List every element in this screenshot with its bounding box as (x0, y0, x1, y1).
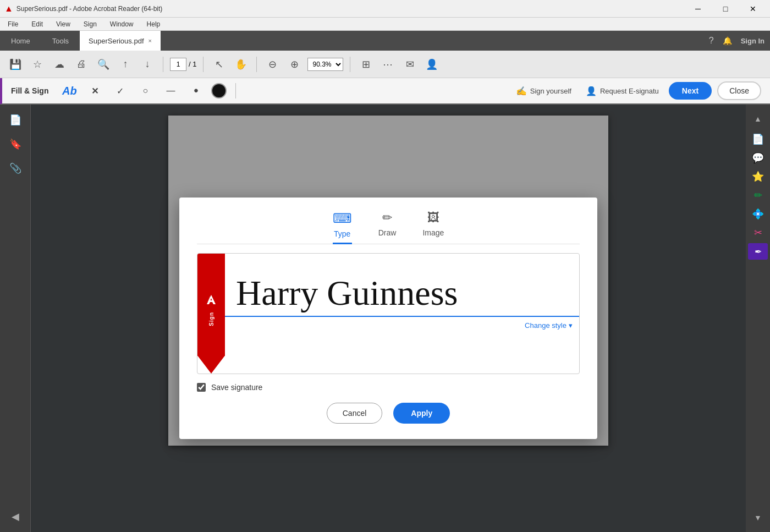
right-tool-red[interactable]: 📄 (748, 131, 768, 147)
fill-sign-separator (235, 83, 236, 98)
active-tab-label: SuperSerious.pdf (89, 37, 144, 45)
request-esignature-button[interactable]: 👤 Request E-signatu (581, 84, 663, 98)
sidebar-attachments-icon[interactable]: 📎 (6, 158, 25, 178)
page-number-input[interactable] (170, 58, 186, 71)
save-signature-label: Save signature (211, 383, 262, 392)
sign-yourself-button[interactable]: ✍ Sign yourself (512, 84, 576, 98)
dot-tool-button[interactable]: • (186, 81, 206, 101)
signature-text: Harry Guinness (197, 254, 579, 316)
close-window-button[interactable]: ✕ (740, 0, 766, 18)
tab-active-document[interactable]: SuperSerious.pdf × (80, 31, 161, 51)
save-signature-checkbox[interactable] (197, 383, 206, 392)
check-tool-button[interactable]: ✓ (110, 81, 130, 101)
right-sidebar: ▲ 📄 💬 ⭐ ✏ 💠 ✂ ✒ ▼ (746, 105, 770, 532)
menu-bar: File Edit View Sign Window Help (0, 18, 770, 31)
menu-edit[interactable]: Edit (28, 19, 46, 29)
comment-button[interactable]: ✉ (401, 56, 419, 73)
window-title: SuperSerious.pdf - Adobe Acrobat Reader … (16, 5, 685, 13)
menu-view[interactable]: View (53, 19, 74, 29)
image-tab-icon: 🖼 (427, 211, 439, 225)
color-picker-button[interactable] (211, 83, 227, 98)
request-esign-icon: 👤 (586, 86, 597, 96)
scroll-down-button[interactable]: ▼ (748, 508, 768, 528)
bookmark-button[interactable]: ☆ (29, 56, 46, 73)
fill-sign-bar: Fill & Sign Ab ✕ ✓ ○ — • ✍ Sign yourself… (0, 78, 770, 105)
signature-tabs: ⌨ Type ✏ Draw 🖼 Image (197, 211, 580, 244)
line-tool-button[interactable]: — (161, 81, 180, 101)
tab-draw[interactable]: ✏ Draw (378, 211, 397, 244)
save-button[interactable]: 💾 (7, 56, 24, 73)
apply-button[interactable]: Apply (393, 403, 450, 424)
sidebar-pages-icon[interactable]: 📄 (6, 110, 25, 130)
sign-yourself-icon: ✍ (516, 86, 527, 96)
modal-backdrop[interactable]: ⌨ Type ✏ Draw 🖼 Image (31, 105, 746, 532)
right-tool-green[interactable]: ✏ (748, 187, 768, 204)
type-tab-label: Type (334, 229, 350, 238)
download-button[interactable]: ↓ (139, 56, 156, 73)
toolbar-separator-1 (163, 57, 163, 72)
save-signature-row: Save signature (197, 383, 580, 392)
share-button[interactable]: 👤 (423, 56, 441, 73)
tab-image[interactable]: 🖼 Image (422, 211, 444, 244)
title-bar: ▲ SuperSerious.pdf - Adobe Acrobat Reade… (0, 0, 770, 18)
search-button[interactable]: 🔍 (95, 56, 112, 73)
sidebar-collapse-icon[interactable]: ◀ (6, 507, 25, 526)
maximize-button[interactable]: □ (713, 0, 738, 18)
zoom-in-button[interactable]: ⊕ (285, 56, 303, 73)
right-tool-purple[interactable]: ✒ (748, 243, 768, 260)
sign-in-button[interactable]: Sign In (741, 37, 765, 45)
tab-home[interactable]: Home (0, 31, 41, 51)
select-tool-button[interactable]: ↖ (210, 56, 228, 73)
banner-text: Sign (208, 312, 215, 326)
menu-help[interactable]: Help (144, 19, 164, 29)
scroll-up-button[interactable]: ▲ (748, 109, 768, 129)
request-esign-label: Request E-signatu (600, 87, 659, 95)
acrobat-sign-banner: Sign (197, 254, 225, 374)
circle-tool-button[interactable]: ○ (135, 81, 155, 101)
right-tool-yellow[interactable]: ⭐ (748, 168, 768, 185)
help-icon[interactable]: ? (709, 36, 714, 46)
upload-button[interactable]: ☁ (51, 56, 68, 73)
zoom-select[interactable]: 90.3% 100% 75% 50% (307, 58, 343, 71)
change-style-link[interactable]: Change style ▾ (525, 321, 573, 330)
tools-button[interactable]: ⊞ (357, 56, 375, 73)
zoom-out-button[interactable]: ⊖ (263, 56, 281, 73)
more-button[interactable]: ⋯ (379, 56, 397, 73)
right-tool-pink[interactable]: ✂ (748, 224, 768, 241)
signature-dialog: ⌨ Type ✏ Draw 🖼 Image (179, 198, 597, 439)
cross-tool-button[interactable]: ✕ (85, 81, 105, 101)
fill-sign-label: Fill & Sign (11, 86, 48, 95)
left-sidebar: 📄 🔖 📎 ◀ (0, 105, 31, 532)
upload2-button[interactable]: ↑ (117, 56, 134, 73)
acrobat-icon: ▲ (4, 4, 13, 14)
tab-tools[interactable]: Tools (41, 31, 80, 51)
image-tab-label: Image (422, 228, 444, 237)
page-navigation: / 1 (170, 58, 196, 71)
cancel-button[interactable]: Cancel (327, 403, 383, 424)
banner-logo (205, 293, 218, 310)
close-fill-sign-button[interactable]: Close (717, 81, 761, 100)
sidebar-bookmarks-icon[interactable]: 🔖 (6, 134, 25, 154)
print-button[interactable]: 🖨 (73, 56, 90, 73)
next-button[interactable]: Next (669, 82, 712, 100)
menu-window[interactable]: Window (107, 19, 137, 29)
right-tool-orange[interactable]: 💬 (748, 150, 768, 166)
hand-tool-button[interactable]: ✋ (232, 56, 250, 73)
tab-type[interactable]: ⌨ Type (333, 211, 352, 244)
menu-sign[interactable]: Sign (80, 19, 100, 29)
signature-actions: Cancel Apply (197, 403, 580, 424)
toolbar: 💾 ☆ ☁ 🖨 🔍 ↑ ↓ / 1 ↖ ✋ ⊖ ⊕ 90.3% 100% 75%… (0, 51, 770, 78)
menu-file[interactable]: File (4, 19, 21, 29)
tab-bar: Home Tools SuperSerious.pdf × ? 🔔 Sign I… (0, 31, 770, 51)
change-style-arrow-icon: ▾ (569, 321, 573, 330)
signature-name: Harry Guinness (236, 273, 458, 312)
sign-yourself-label: Sign yourself (530, 87, 571, 95)
tab-close-button[interactable]: × (148, 37, 152, 44)
toolbar-separator-2 (203, 57, 204, 72)
minimize-button[interactable]: ─ (685, 0, 711, 18)
right-tool-blue[interactable]: 💠 (748, 206, 768, 222)
type-tab-icon: ⌨ (333, 211, 352, 226)
bell-icon[interactable]: 🔔 (723, 36, 732, 45)
toolbar-separator-3 (256, 57, 257, 72)
text-tool-button[interactable]: Ab (59, 81, 79, 101)
